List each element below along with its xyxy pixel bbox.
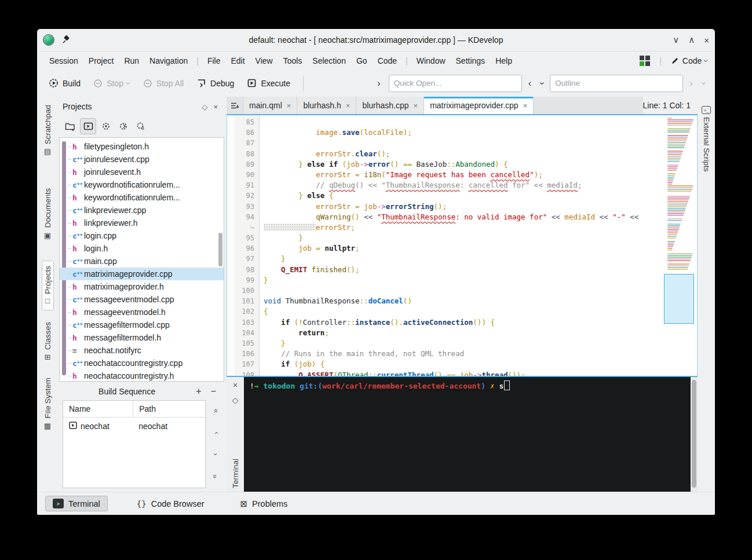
stop-button[interactable]: Stop › <box>89 75 134 91</box>
menu-tools[interactable]: Tools <box>278 54 308 67</box>
terminal-screen[interactable]: !→ tokodon git:(work/carl/remember-selec… <box>244 377 691 492</box>
minimize-icon[interactable]: ∨ <box>673 35 679 45</box>
menu-code[interactable]: Code <box>373 54 402 67</box>
sidebar-tab-file-system[interactable]: File System▦ <box>42 373 53 435</box>
sidebar-tab-external-scripts[interactable]: >_External Scripts <box>700 101 712 177</box>
tree-item-main-cpp[interactable]: c++main.cpp <box>60 255 224 268</box>
tab-close-icon[interactable]: × <box>287 101 291 110</box>
move-up-icon[interactable]: › <box>212 431 220 434</box>
tree-item-messagefiltermodel-cpp[interactable]: c++messagefiltermodel.cpp <box>60 319 224 331</box>
close-icon[interactable]: × <box>704 35 709 45</box>
editor-tab-blurhash-cpp[interactable]: blurhash.cpp× <box>356 97 424 114</box>
tree-item-messageeventmodel-cpp[interactable]: c++messageeventmodel.cpp <box>60 293 224 306</box>
minimap-viewport[interactable] <box>664 274 694 324</box>
menu-run[interactable]: Run <box>119 54 144 67</box>
project-tree[interactable]: hfiletypesingleton.hc++joinrulesevent.cp… <box>59 137 224 382</box>
stop-all-button[interactable]: Stop All <box>138 75 188 91</box>
menu-navigation[interactable]: Navigation <box>144 54 193 67</box>
tree-item-joinrulesevent-h[interactable]: hjoinrulesevent.h <box>60 166 224 178</box>
tree-item-matriximageprovider-cpp[interactable]: c++matriximageprovider.cpp <box>60 268 224 280</box>
sidebar-tab-documents[interactable]: Documents▣ <box>42 184 53 244</box>
tree-item-keywordnotificationrulem[interactable]: hkeywordnotificationrulem... <box>60 191 224 204</box>
tree-item-joinrulesevent-cpp[interactable]: c++joinrulesevent.cpp <box>60 153 224 166</box>
build-sequence-row[interactable]: neochatneochat <box>63 418 205 435</box>
move-down-icon[interactable]: › <box>212 453 220 456</box>
outline-input[interactable] <box>550 75 683 92</box>
titlebar[interactable]: default: neochat - [ neochat:src/matrixi… <box>37 29 715 52</box>
menu-selection[interactable]: Selection <box>307 54 351 67</box>
move-bottom-icon[interactable]: » <box>211 474 219 478</box>
project-filter-icon[interactable]: a <box>133 119 148 134</box>
open-configuration-folder-icon[interactable] <box>63 119 78 134</box>
editor-tab-blurhash-h[interactable]: blurhash.h× <box>297 97 356 114</box>
terminal-close-icon[interactable]: × <box>233 380 238 390</box>
menu-project[interactable]: Project <box>83 54 119 67</box>
menu-go[interactable]: Go <box>351 54 373 67</box>
settings-gear-icon[interactable] <box>98 119 114 134</box>
column-header-name[interactable]: Name <box>63 401 133 417</box>
maximize-icon[interactable]: ∧ <box>688 35 695 45</box>
close-panel-icon[interactable]: × <box>210 103 221 111</box>
nav-back-icon[interactable]: ‹ <box>525 78 534 89</box>
nav-forward-dropdown-icon[interactable]: › <box>699 79 708 87</box>
menu-help[interactable]: Help <box>490 54 517 67</box>
nav-forward-icon[interactable]: › <box>687 78 695 89</box>
menu-edit[interactable]: Edit <box>225 54 250 67</box>
tab-close-icon[interactable]: × <box>523 101 528 110</box>
tree-item-login-h[interactable]: hlogin.h <box>60 242 224 255</box>
sidebar-tab-classes[interactable]: Classes⊞ <box>42 317 53 366</box>
build-button[interactable]: Build <box>44 75 85 91</box>
area-code-button[interactable]: Code › <box>671 56 708 65</box>
quick-open-input[interactable] <box>389 75 522 92</box>
terminal-scrollbar[interactable] <box>691 377 698 492</box>
sidebar-tab-projects[interactable]: Projects□ <box>42 261 54 311</box>
menu-separator: | <box>402 56 411 65</box>
tab-close-icon[interactable]: × <box>414 101 418 110</box>
tree-item-login-cpp[interactable]: c++login.cpp <box>60 229 224 242</box>
debug-button[interactable]: Debug <box>192 75 239 91</box>
nav-back-dropdown-icon[interactable]: › <box>538 79 547 87</box>
reload-projects-icon[interactable] <box>116 119 131 134</box>
line-number: 103 <box>227 317 260 328</box>
tree-item-neochataccountregistry-h[interactable]: hneochataccountregistry.h <box>60 369 224 382</box>
menu-view[interactable]: View <box>250 54 278 67</box>
tree-item-neochat-notifyrc[interactable]: ≡neochat.notifyrc <box>60 344 224 357</box>
add-build-item-icon[interactable]: + <box>191 386 206 397</box>
build-items-icon[interactable] <box>80 118 96 134</box>
sidebar-tab-scratchpad[interactable]: Scratchpad▤ <box>42 100 53 160</box>
build-sequence-table[interactable]: Name Path neochatneochat <box>63 400 206 488</box>
move-top-icon[interactable]: » <box>211 409 219 413</box>
bottom-tab-problems[interactable]: ⊠Problems <box>233 496 295 511</box>
tree-item-keywordnotificationrulem[interactable]: c++keywordnotificationrulem... <box>60 178 224 191</box>
document-list-icon[interactable] <box>227 97 243 114</box>
bottom-tab-code-browser[interactable]: {}Code Browser <box>130 497 211 511</box>
stop-dropdown-icon[interactable]: › <box>125 82 133 85</box>
bottom-tab-terminal[interactable]: >Terminal <box>45 496 108 511</box>
toolbar-overflow-icon[interactable]: › <box>373 78 385 89</box>
window-title: default: neochat - [ neochat:src/matrixi… <box>37 35 715 45</box>
menu-session[interactable]: Session <box>44 54 83 67</box>
editor-tab-matriximageprovider-cpp[interactable]: matriximageprovider.cpp× <box>424 97 534 114</box>
tree-item-messageeventmodel-h[interactable]: hmessageeventmodel.h <box>60 306 224 319</box>
area-switcher-icon[interactable] <box>640 56 650 66</box>
tree-item-linkpreviewer-h[interactable]: hlinkpreviewer.h <box>60 217 224 229</box>
float-panel-icon[interactable]: ◇ <box>199 103 210 111</box>
code-editor[interactable]: 8586 image.save(localFile);8788 errorStr… <box>227 115 698 376</box>
tree-item-neochataccountregistry-cpp[interactable]: c++neochataccountregistry.cpp <box>60 357 224 369</box>
remove-build-item-icon[interactable]: − <box>206 386 221 397</box>
execute-button[interactable]: Execute <box>242 75 295 91</box>
editor-tab-main-qml[interactable]: main.qml× <box>243 97 297 114</box>
tree-item-matriximageprovider-h[interactable]: hmatriximageprovider.h <box>60 280 224 293</box>
line-number: 91 <box>227 180 260 191</box>
tree-item-filetypesingleton-h[interactable]: hfiletypesingleton.h <box>60 140 224 153</box>
column-header-path[interactable]: Path <box>133 404 205 413</box>
tree-item-messagefiltermodel-h[interactable]: hmessagefiltermodel.h <box>60 331 224 344</box>
menu-file[interactable]: File <box>202 54 226 67</box>
code-area[interactable]: 8586 image.save(localFile);8788 errorStr… <box>227 117 661 376</box>
minimap[interactable] <box>663 117 695 374</box>
tree-item-linkpreviewer-cpp[interactable]: c++linkpreviewer.cpp <box>60 204 224 217</box>
menu-settings[interactable]: Settings <box>451 54 491 67</box>
tab-close-icon[interactable]: × <box>346 101 351 110</box>
menu-window[interactable]: Window <box>411 54 451 67</box>
terminal-detach-icon[interactable]: ◇ <box>232 396 239 405</box>
